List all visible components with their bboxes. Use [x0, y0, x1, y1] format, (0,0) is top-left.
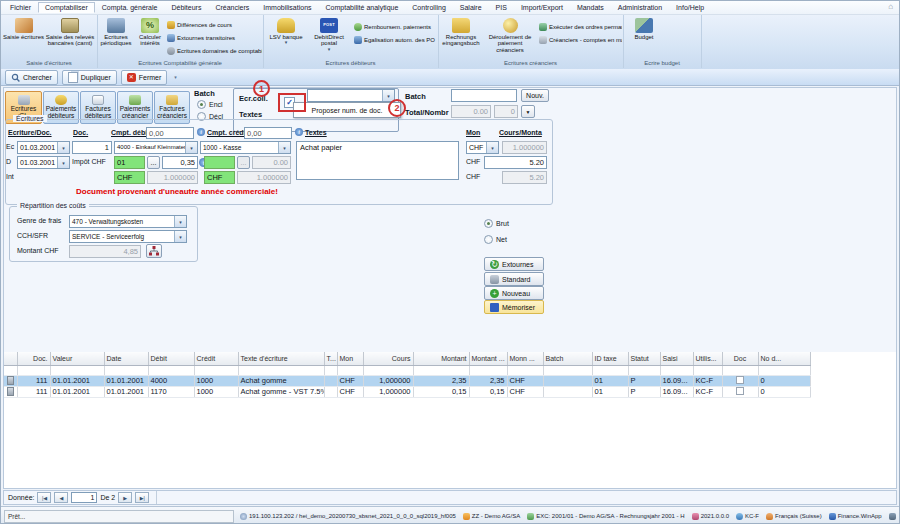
doc-checkbox[interactable] — [736, 376, 744, 384]
grid-filter-cell[interactable] — [693, 365, 722, 375]
grid-header-saisi[interactable]: Saisi — [660, 352, 693, 365]
grid-header-mon[interactable]: Mon — [337, 352, 363, 365]
ecritures-domaines-button[interactable]: Ecritures domaines de comptabilisation — [167, 45, 262, 56]
cch-sfr-combo[interactable]: SERVICE - Serviceerfolg ▾ — [69, 230, 187, 243]
grid-filter-cell[interactable] — [660, 365, 693, 375]
nouveau-button[interactable]: + Nouveau — [484, 286, 544, 300]
nouveau-batch-button[interactable]: Nouv. — [521, 89, 549, 102]
standard-button[interactable]: Standard — [484, 272, 544, 286]
executer-ordres-permanents-button[interactable]: Exécuter des ordres permanents — [539, 21, 622, 32]
currency-combo[interactable]: CHF ▾ — [466, 141, 499, 154]
grid-filter-cell[interactable] — [4, 365, 17, 375]
batch-encl-radio[interactable] — [197, 100, 206, 109]
extournes-transitoires-button[interactable]: Extournes transitoires — [167, 32, 262, 43]
menu-tab-comptabilit-analytique[interactable]: Comptabilité analytique — [319, 2, 406, 13]
expand-button[interactable]: ▼ — [521, 105, 535, 118]
menu-tab-pis[interactable]: PIS — [489, 2, 514, 13]
menu-tab-immobilisations[interactable]: Immobilisations — [256, 2, 318, 13]
menu-tab-controlling[interactable]: Controlling — [405, 2, 452, 13]
grid-header-texte-d-criture[interactable]: Texte d'écriture — [238, 352, 324, 365]
proposer-num-doc-dropdown-item[interactable]: Proposer num. de doc. — [293, 102, 401, 118]
debitdirect-postal-button[interactable]: POST DebitDirect postal ▾ — [307, 16, 351, 58]
remboursement-paiements-button[interactable]: Remboursem. paiements — [354, 21, 436, 32]
dropdown-arrow-icon[interactable]: ▾ — [278, 142, 290, 153]
tax-lookup-button[interactable]: ... — [147, 156, 160, 169]
record-number-input[interactable]: 1 — [71, 492, 97, 503]
grid-header-valeur[interactable]: Valeur — [50, 352, 104, 365]
d-date-combo[interactable]: 01.03.2001 ▾ — [17, 156, 70, 169]
menu-tab-mandats[interactable]: Mandats — [570, 2, 611, 13]
last-record-button[interactable]: ▶| — [135, 492, 149, 503]
menu-tab-salaire[interactable]: Salaire — [453, 2, 489, 13]
menu-tab-import-export[interactable]: Import/Export — [514, 2, 570, 13]
rechnungseingangsbuch-button[interactable]: Rechnungs eingangsbuch — [440, 16, 482, 58]
grid-row-1[interactable]: 11101.01.200101.01.200140001000Achat gom… — [4, 375, 810, 386]
menu-tab-fichier[interactable]: Fichier — [3, 2, 38, 13]
menu-tab-administration[interactable]: Administration — [611, 2, 669, 13]
dropdown-arrow-icon[interactable]: ▾ — [57, 157, 69, 168]
dropdown-arrow-icon[interactable]: ▾ — [174, 231, 186, 242]
dropdown-arrow-icon[interactable]: ▾ — [285, 40, 288, 44]
grid-header-cr-dit[interactable]: Crédit — [194, 352, 238, 365]
grid-filter-cell[interactable] — [469, 365, 507, 375]
credit-account-combo[interactable]: 1000 - Kasse ▾ — [200, 141, 291, 154]
extournes-button[interactable]: ↻ Extournes — [484, 257, 544, 271]
deroulement-paiement-button[interactable]: Déroulement de paiement créanciers — [483, 16, 537, 58]
fermer-button[interactable]: ✕ Fermer — [121, 70, 168, 85]
grid-filter-cell[interactable] — [148, 365, 194, 375]
first-record-button[interactable]: |◀ — [37, 492, 51, 503]
grid-header-montant[interactable]: Montant — [413, 352, 469, 365]
memoriser-button[interactable]: Mémoriser — [484, 300, 544, 314]
window-home-icon[interactable]: ⌂ — [888, 2, 893, 11]
grid-row-2[interactable]: 11101.01.200101.01.200111701000Achat gom… — [4, 386, 810, 397]
dropdown-arrow-icon[interactable]: ▾ — [174, 216, 186, 227]
lsv-banque-button[interactable]: LSV banque ▾ — [267, 16, 305, 58]
differences-cours-button[interactable]: Différences de cours — [167, 19, 262, 30]
egalisation-autom-button[interactable]: Egalisation autom. des PO — [354, 34, 436, 45]
grid-filter-cell[interactable] — [104, 365, 148, 375]
calculer-interets-button[interactable]: % Calculer intérêts — [134, 16, 166, 58]
menu-tab-info-help[interactable]: Info/Help — [669, 2, 711, 13]
menu-tab-cr-anciers[interactable]: Créanciers — [208, 2, 256, 13]
grid-filter-cell[interactable] — [363, 365, 413, 375]
grid-header-statut[interactable]: Statut — [628, 352, 660, 365]
genre-frais-combo[interactable]: 470 - Verwaltungskosten ▾ — [69, 215, 187, 228]
ecritures-periodiques-button[interactable]: Ecritures périodiques — [98, 16, 134, 58]
montant-field[interactable]: 5.20 — [484, 156, 547, 169]
grid-header-d-bit[interactable]: Débit — [148, 352, 194, 365]
dropdown-arrow-icon[interactable]: ▾ — [328, 47, 331, 51]
previous-record-button[interactable]: ◀ — [54, 492, 68, 503]
grid-filter-cell[interactable] — [413, 365, 469, 375]
tax-amount-field[interactable]: 0,35 — [162, 156, 198, 169]
dupliquer-button[interactable]: Dupliquer — [62, 70, 117, 85]
grid-header-date[interactable]: Date — [104, 352, 148, 365]
budget-button[interactable]: Budget — [625, 16, 663, 58]
grid-header-t[interactable]: T... — [324, 352, 337, 365]
grid-filter-cell[interactable] — [194, 365, 238, 375]
repartition-tree-button[interactable] — [146, 244, 162, 258]
grid-header-montant[interactable]: Montant ... — [469, 352, 507, 365]
batch-input[interactable] — [451, 89, 517, 102]
brut-radio[interactable] — [484, 219, 493, 228]
doc-checkbox[interactable] — [736, 387, 744, 395]
tax-code-credit-field[interactable] — [204, 156, 235, 169]
menu-tab-comptabiliser[interactable]: Comptabiliser — [38, 2, 95, 13]
grid-filter-cell[interactable] — [592, 365, 628, 375]
grid-filter-cell[interactable] — [628, 365, 660, 375]
grid-filter-cell[interactable] — [17, 365, 50, 375]
grid-header-no-d[interactable]: No d... — [758, 352, 810, 365]
ecr-coll-combo[interactable]: ▾ — [307, 89, 395, 102]
textes-textarea[interactable]: Achat papier — [296, 141, 459, 180]
grid-header-id-taxe[interactable]: ID taxe — [592, 352, 628, 365]
tax-code-debit-field[interactable]: 01 — [114, 156, 145, 169]
dropdown-arrow-icon[interactable]: ▾ — [57, 142, 69, 153]
grid-header-monn[interactable]: Monn ... — [507, 352, 543, 365]
debit-account-combo[interactable]: 4000 - Einkauf Kleinmaterial ▾ — [114, 141, 198, 154]
grid-filter-cell[interactable] — [722, 365, 758, 375]
doc-number-field[interactable]: 1 — [72, 141, 112, 154]
grid-header-utilis[interactable]: Utilis... — [693, 352, 722, 365]
creanciers-comptes-masse-button[interactable]: Créanciers - comptes en masse — [539, 34, 622, 45]
grid-header-cours[interactable]: Cours — [363, 352, 413, 365]
saisie-releves-bancaires-button[interactable]: Saisie des relevés bancaires (camt) — [45, 16, 95, 58]
toolbar-overflow-grip[interactable]: ▾ — [171, 74, 180, 80]
